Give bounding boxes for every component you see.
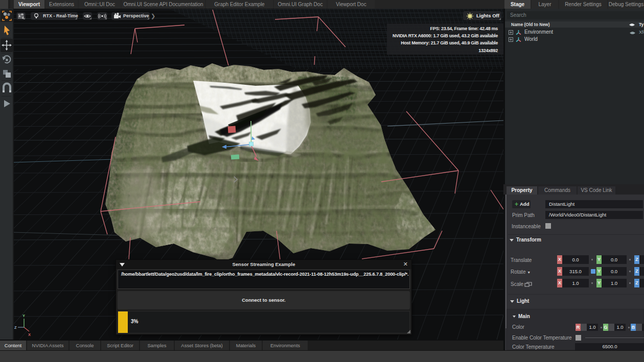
svg-text:Y: Y: [22, 313, 25, 318]
svg-text:Z: Z: [14, 325, 17, 330]
svg-text:X: X: [28, 332, 31, 337]
